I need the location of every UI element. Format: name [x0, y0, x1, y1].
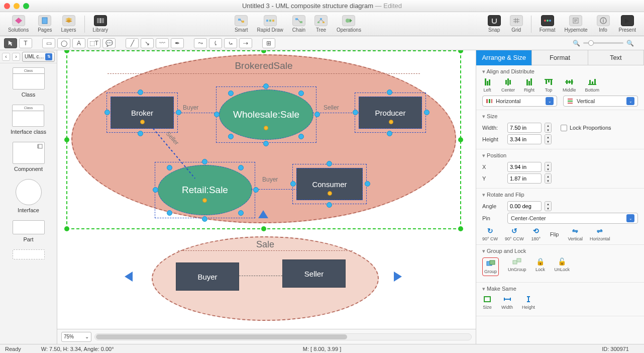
nav-forward-button[interactable]: › [12, 53, 20, 61]
align-top-button[interactable]: Top [544, 78, 554, 93]
rotate-ccw-button[interactable]: ↺90° CCW [505, 227, 524, 241]
tools-bar: T ▭ ◯ A ⬚T 💬 ╱ ↘ 〰 ✒ ⤳ ⤹ ⤿ ⇢ ⊞ 🔍 🔍 [0, 36, 644, 50]
section-make-same[interactable]: Make Same [482, 286, 638, 292]
lock-button[interactable]: 🔒Lock [535, 257, 546, 276]
y-stepper[interactable]: ▲▼ [545, 173, 552, 184]
flip-vertical-button[interactable]: ⇋Vertical [568, 227, 583, 241]
section-group[interactable]: Group and Lock [482, 248, 638, 254]
shape-interface-class[interactable]: Class Interface class [11, 105, 46, 135]
layers-button[interactable]: Layers [58, 14, 79, 34]
x-input[interactable] [507, 162, 542, 172]
horizontal-scrollbar[interactable] [94, 333, 472, 340]
unlock-button[interactable]: 🔓UnLock [555, 257, 570, 276]
nav-back-button[interactable]: ‹ [2, 53, 10, 61]
rotate-180-button[interactable]: ⟲180° [531, 227, 541, 241]
shape-more[interactable] [13, 249, 45, 259]
insert-tool[interactable]: ⊞ [262, 38, 275, 48]
shape-part[interactable]: Part [13, 220, 45, 242]
status-dims: W: 7.50, H: 3.34, Angle: 0.00° [41, 346, 114, 352]
angle-input[interactable] [507, 201, 542, 211]
same-width-button[interactable]: Width [501, 295, 513, 310]
align-center-button[interactable]: Center [501, 78, 515, 93]
align-left-button[interactable]: Left [482, 78, 492, 93]
tab-format[interactable]: Format [532, 50, 588, 65]
rapid-draw-button[interactable]: Rapid Draw [254, 14, 286, 34]
buyer-node[interactable]: Buyer [176, 262, 239, 291]
section-rotate[interactable]: Rotate and Flip [482, 192, 638, 198]
select-tool[interactable] [4, 38, 17, 48]
tab-arrange-size[interactable]: Arrange & Size [476, 50, 532, 65]
buyer-label-1: Buyer [183, 104, 198, 111]
title-text: Untitled 3 - UML composite structure dia… [242, 2, 373, 10]
x-stepper[interactable]: ▲▼ [545, 162, 552, 172]
present-button[interactable]: ▶Present [616, 14, 639, 34]
lock-proportions-checkbox[interactable]: Lock Proportions [561, 125, 611, 131]
library-button[interactable]: Library [90, 14, 112, 34]
zoom-slider[interactable] [583, 42, 623, 44]
group-button[interactable]: Group [482, 257, 499, 276]
tree-button[interactable]: Tree [311, 14, 331, 34]
touch-height-button[interactable]: Height [522, 295, 535, 310]
hypernote-button[interactable]: Hypernote [561, 14, 590, 34]
wholesale-node[interactable]: Wholesale:Sale [219, 90, 313, 140]
spline-tool[interactable]: 〰 [156, 38, 169, 48]
smart-button[interactable]: Smart [232, 14, 251, 34]
ellipse-tool[interactable]: ◯ [57, 38, 70, 48]
section-align[interactable]: Align and Distribute [482, 68, 638, 75]
pages-button[interactable]: Pages [35, 14, 55, 34]
shapes-panel: ‹ › UML c…⇅ Class Class Class Interface … [0, 50, 57, 344]
connector-smart-tool[interactable]: ⇢ [239, 38, 252, 48]
titlebar: Untitled 3 - UML composite structure dia… [0, 0, 644, 12]
distribute-horizontal-select[interactable]: Horizontal⌄ [482, 96, 557, 107]
height-input[interactable] [507, 134, 542, 144]
ungroup-button[interactable]: UnGroup [508, 257, 526, 276]
arrow-tool[interactable]: ↘ [141, 38, 154, 48]
height-stepper[interactable]: ▲▼ [545, 134, 552, 144]
callout-tool[interactable]: ⬚T [87, 38, 100, 48]
align-middle-button[interactable]: Middle [563, 78, 576, 93]
section-position[interactable]: Position [482, 152, 638, 159]
chain-button[interactable]: Chain [289, 14, 308, 34]
angle-stepper[interactable]: ▲▼ [545, 201, 552, 211]
width-input[interactable] [507, 123, 542, 133]
solutions-button[interactable]: Solutions [5, 14, 32, 34]
zoom-in-icon[interactable]: 🔍 [626, 40, 634, 47]
comment-tool[interactable]: 💬 [102, 38, 116, 48]
distribute-vertical-select[interactable]: Vertical⌄ [563, 96, 638, 107]
shape-interface[interactable]: Interface [16, 179, 42, 213]
connector-tool[interactable]: ⤳ [194, 38, 207, 48]
line-tool[interactable]: ╱ [126, 38, 139, 48]
align-right-button[interactable]: Right [524, 78, 534, 93]
rect-tool[interactable]: ▭ [42, 38, 55, 48]
pin-select[interactable]: Center-Center⌄ [507, 213, 638, 224]
rotate-cw-button[interactable]: ↻90° CW [482, 227, 498, 241]
shape-component[interactable]: Component [13, 142, 45, 172]
y-input[interactable] [507, 173, 542, 184]
seller-node[interactable]: Seller [282, 259, 346, 288]
svg-rect-49 [513, 260, 517, 264]
tab-text[interactable]: Text [588, 50, 644, 65]
connector-arc-tool[interactable]: ⤹ [209, 38, 222, 48]
info-button[interactable]: iInfo [594, 14, 613, 34]
zoom-out-icon[interactable]: 🔍 [573, 40, 580, 47]
library-selector[interactable]: UML c…⇅ [22, 52, 55, 62]
grid-button[interactable]: Grid [507, 14, 526, 34]
text-box-tool[interactable]: A [72, 38, 85, 48]
connector-round-tool[interactable]: ⤿ [224, 38, 237, 48]
canvas[interactable]: BrokeredSale Broker Wholesale:Sale Produ… [57, 50, 476, 344]
flip-horizontal-button[interactable]: ⇌Horizontal [590, 227, 610, 241]
retail-node[interactable]: Retail:Sale [158, 165, 252, 215]
width-stepper[interactable]: ▲▼ [545, 123, 552, 133]
align-bottom-button[interactable]: Bottom [585, 78, 600, 93]
window-title: Untitled 3 - UML composite structure dia… [0, 2, 644, 10]
zoom-select[interactable]: 75%⌄ [61, 332, 91, 342]
svg-rect-16 [323, 22, 325, 23]
same-size-button[interactable]: Size [482, 295, 492, 310]
operations-button[interactable]: Operations [334, 14, 364, 34]
snap-button[interactable]: Snap [485, 14, 504, 34]
shape-class[interactable]: Class Class [13, 67, 45, 98]
section-size[interactable]: Size [482, 113, 638, 120]
pen-tool[interactable]: ✒ [171, 38, 184, 48]
text-tool[interactable]: T [19, 38, 32, 48]
format-button[interactable]: Format [536, 14, 559, 34]
